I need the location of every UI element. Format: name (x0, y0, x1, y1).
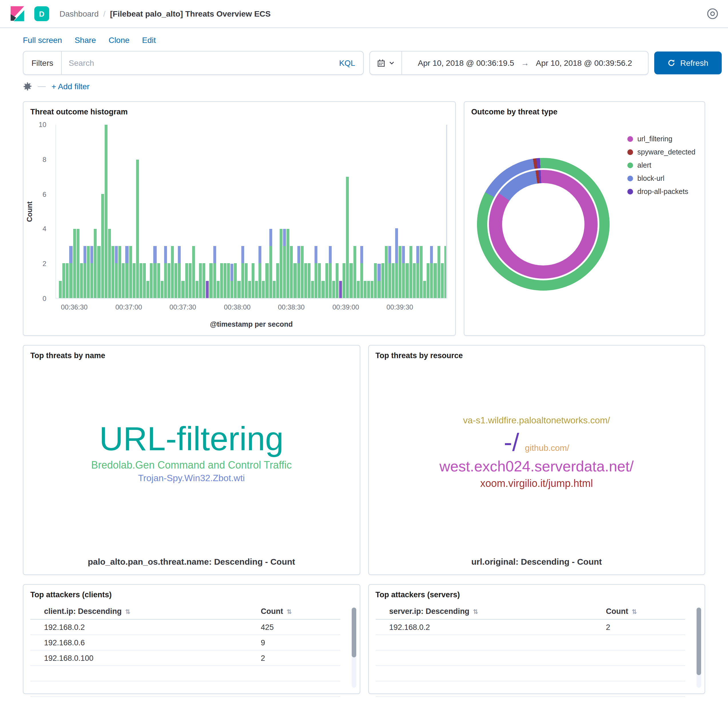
histogram-bar[interactable] (255, 281, 258, 298)
legend-item[interactable]: drop-all-packets (627, 188, 695, 196)
tag-cloud-word[interactable]: URL-filtering (99, 422, 284, 456)
histogram-bar[interactable] (223, 263, 226, 298)
column-header[interactable]: Count⇅ (261, 604, 340, 620)
histogram-bar[interactable] (132, 263, 135, 298)
histogram-bar[interactable] (301, 246, 303, 298)
histogram-bar[interactable] (388, 246, 391, 298)
histogram-bar[interactable] (136, 160, 139, 298)
legend-item[interactable]: alert (627, 161, 695, 170)
circled-dot-icon[interactable] (706, 8, 719, 20)
histogram-bar[interactable] (160, 281, 163, 298)
histogram-bar[interactable] (350, 263, 352, 298)
histogram-bar[interactable] (115, 246, 118, 298)
panel-title[interactable]: Top attackers (clients) (24, 585, 360, 599)
refresh-button[interactable]: Refresh (654, 51, 722, 74)
histogram-bar[interactable] (94, 229, 97, 298)
histogram-bar[interactable] (122, 263, 125, 298)
histogram-bar[interactable] (143, 263, 146, 298)
donut-chart[interactable] (477, 158, 610, 291)
histogram-bar[interactable] (262, 281, 265, 298)
full-screen-link[interactable]: Full screen (23, 36, 62, 45)
histogram-bar[interactable] (259, 246, 261, 298)
column-header[interactable]: client.ip: Descending⇅ (30, 604, 261, 620)
column-header[interactable]: server.ip: Descending⇅ (376, 604, 606, 620)
histogram-bar[interactable] (353, 246, 356, 298)
histogram-bar[interactable] (189, 263, 191, 298)
histogram-bar[interactable] (420, 246, 422, 298)
panel-title[interactable]: Top threats by resource (368, 345, 704, 360)
tag-cloud-word[interactable]: Bredolab.Gen Command and Control Traffic (91, 460, 292, 471)
panel-title[interactable]: Top threats by name (24, 345, 360, 360)
histogram-bar[interactable] (73, 229, 76, 298)
histogram-bar[interactable] (328, 246, 331, 298)
histogram-bar[interactable] (413, 263, 415, 298)
histogram-bar[interactable] (87, 246, 90, 298)
histogram-bar[interactable] (111, 246, 114, 298)
space-badge[interactable]: D (34, 6, 49, 21)
histogram-bar[interactable] (367, 281, 370, 298)
histogram-bar[interactable] (185, 263, 188, 298)
kql-toggle[interactable]: KQL (331, 58, 363, 68)
gear-icon[interactable] (23, 82, 32, 91)
histogram-bar[interactable] (210, 263, 213, 298)
histogram-bar[interactable] (62, 263, 65, 298)
histogram-bar[interactable] (231, 264, 233, 298)
histogram-bar[interactable] (273, 281, 276, 298)
tag-cloud-word[interactable]: xoom.virgilio.it/jump.html (480, 478, 593, 489)
histogram-bar[interactable] (199, 263, 202, 298)
start-date-button[interactable]: Apr 10, 2018 @ 00:36:19.5 (418, 58, 514, 68)
histogram-bar[interactable] (252, 263, 255, 298)
quick-select-button[interactable] (370, 51, 402, 74)
histogram-bar[interactable] (395, 228, 398, 298)
histogram-bar[interactable] (311, 281, 314, 298)
histogram-bar[interactable] (157, 263, 160, 298)
legend-item[interactable]: spyware_detected (627, 148, 695, 156)
histogram-bar[interactable] (154, 246, 156, 298)
histogram-bar[interactable] (392, 263, 395, 298)
histogram-bar[interactable] (84, 246, 86, 298)
histogram-bar[interactable] (234, 263, 237, 298)
histogram-bar[interactable] (126, 246, 128, 298)
histogram-bar[interactable] (192, 246, 195, 298)
histogram-bar[interactable] (336, 263, 339, 298)
histogram-bar[interactable] (346, 177, 349, 298)
histogram-bar[interactable] (244, 263, 247, 298)
tag-cloud-word[interactable]: Trojan-Spy.Win32.Zbot.wti (138, 474, 245, 484)
histogram-bar[interactable] (371, 281, 373, 298)
histogram-bar[interactable] (248, 281, 251, 298)
histogram-bar[interactable] (294, 263, 297, 298)
histogram-bar[interactable] (168, 263, 171, 298)
histogram-bar[interactable] (104, 125, 107, 298)
histogram-bar[interactable] (129, 246, 132, 298)
search-input[interactable] (62, 58, 331, 68)
share-link[interactable]: Share (75, 36, 96, 45)
histogram-bar[interactable] (374, 263, 377, 298)
panel-title[interactable]: Threat outcome histogram (24, 102, 455, 116)
histogram-bar[interactable] (97, 246, 100, 298)
histogram-bar[interactable] (213, 246, 216, 298)
histogram-bar[interactable] (227, 263, 230, 298)
histogram-bar[interactable] (406, 263, 409, 298)
histogram-bar[interactable] (360, 246, 363, 298)
histogram-bar[interactable] (164, 246, 167, 298)
histogram-bar[interactable] (178, 246, 181, 298)
breadcrumb-dashboard[interactable]: Dashboard (60, 9, 99, 18)
filters-button[interactable]: Filters (24, 51, 62, 74)
histogram-bar[interactable] (241, 246, 244, 298)
histogram-bar[interactable] (280, 229, 283, 298)
histogram-bar[interactable] (378, 264, 380, 298)
legend-item[interactable]: block-url (627, 174, 695, 183)
histogram-bar[interactable] (118, 246, 121, 298)
histogram-bar[interactable] (402, 246, 405, 298)
histogram-bar[interactable] (357, 281, 360, 298)
histogram-bar[interactable] (276, 263, 279, 298)
histogram-bar[interactable] (322, 281, 325, 298)
histogram-bar[interactable] (283, 229, 286, 298)
kibana-logo-icon[interactable] (9, 6, 25, 22)
histogram-bar[interactable] (266, 263, 268, 298)
histogram-bar[interactable] (297, 246, 300, 298)
histogram-bar[interactable] (315, 246, 318, 298)
histogram-bar[interactable] (332, 281, 335, 298)
histogram-bar[interactable] (427, 263, 430, 298)
histogram-bar[interactable] (206, 281, 209, 298)
